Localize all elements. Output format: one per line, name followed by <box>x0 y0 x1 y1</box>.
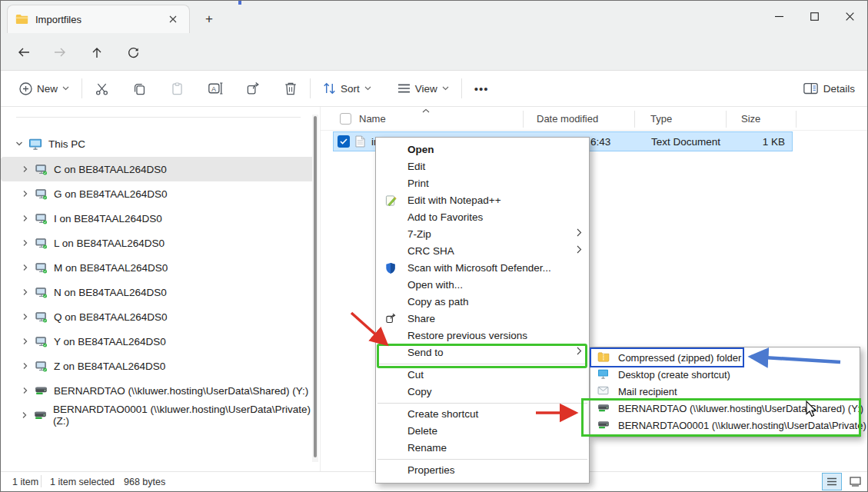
chevron-collapsed-icon[interactable] <box>18 264 33 271</box>
delete-button[interactable] <box>278 77 304 101</box>
sidebar-item-n-drive[interactable]: N on BE84TAAL264DS0 <box>1 280 314 304</box>
sidebar-item-bernardtao-y[interactable]: BERNARDTAO (\\kluwer.hosting\UserData\Sh… <box>1 378 314 403</box>
menu-item-share[interactable]: Share <box>376 311 589 327</box>
column-header-size[interactable]: Size <box>741 113 760 125</box>
menu-item-print[interactable]: Print <box>376 175 589 192</box>
menu-label: Delete <box>407 425 437 437</box>
column-divider[interactable] <box>634 111 635 128</box>
menu-item-cut[interactable]: Cut <box>376 367 589 384</box>
new-button[interactable]: New <box>13 78 75 100</box>
network-computer-icon <box>35 287 48 298</box>
copy-icon <box>132 81 147 96</box>
details-view-toggle[interactable] <box>822 473 842 490</box>
close-button[interactable] <box>832 1 867 32</box>
sidebar-item-g-drive[interactable]: G on BE84TAAL264DS0 <box>1 181 314 206</box>
menu-item-copy-as-path[interactable]: Copy as path <box>376 294 589 311</box>
menu-item-create-shortcut[interactable]: Create shortcut <box>376 406 589 423</box>
chevron-collapsed-icon[interactable] <box>18 362 33 370</box>
cut-button[interactable] <box>88 77 115 101</box>
submenu-item-bernardtao-y[interactable]: BERNARDTAO (\\kluwer.hosting\UserData\Sh… <box>590 401 860 417</box>
chevron-expanded-icon[interactable] <box>12 140 27 148</box>
sidebar-item-i-drive[interactable]: I on BE84TAAL264DS0 <box>1 206 314 231</box>
sidebar-item-m-drive[interactable]: M on BE84TAAL264DS0 <box>1 255 314 280</box>
menu-item-crc-sha[interactable]: CRC SHA <box>376 243 589 260</box>
back-button[interactable] <box>11 42 37 62</box>
sidebar-item-z-drive[interactable]: Z on BE84TAAL264DS0 <box>1 354 314 378</box>
menu-item-add-to-favorites[interactable]: Add to Favorites <box>376 209 589 226</box>
menu-item-open[interactable]: Open <box>376 141 589 158</box>
new-tab-button[interactable]: + <box>201 11 218 28</box>
column-header-type[interactable]: Type <box>650 113 672 125</box>
network-drive-icon <box>597 403 610 413</box>
chevron-collapsed-icon[interactable] <box>18 288 33 296</box>
menu-label: Mail recipient <box>618 386 677 397</box>
sidebar-item-y-drive[interactable]: Y on BE84TAAL264DS0 <box>1 329 314 354</box>
chevron-collapsed-icon[interactable] <box>18 411 32 419</box>
menu-item-delete[interactable]: Delete <box>376 423 589 440</box>
chevron-collapsed-icon[interactable] <box>18 165 33 173</box>
menu-item-copy[interactable]: Copy <box>376 384 589 401</box>
submenu-item-compressed-zipped-folder[interactable]: Compressed (zipped) folder <box>590 350 860 367</box>
menu-item-send-to[interactable]: Send to <box>376 344 589 361</box>
submenu-item-desktop-create-shortcut[interactable]: Desktop (create shortcut) <box>590 367 860 384</box>
menu-item-open-with[interactable]: Open with... <box>376 277 589 294</box>
paste-button[interactable] <box>164 77 191 101</box>
network-computer-icon <box>35 361 48 372</box>
submenu-arrow-icon <box>577 245 582 254</box>
menu-item-properties[interactable]: Properties <box>376 462 589 479</box>
row-checkbox-checked[interactable] <box>338 135 350 148</box>
chevron-collapsed-icon[interactable] <box>18 337 33 345</box>
minimize-button[interactable] <box>761 1 796 32</box>
menu-item-7zip[interactable]: 7-Zip <box>376 226 589 243</box>
sidebar-scrollbar[interactable] <box>312 115 318 462</box>
column-divider[interactable] <box>726 111 727 128</box>
svg-text:A: A <box>211 85 216 93</box>
submenu-item-mail-recipient[interactable]: Mail recipient <box>590 384 860 401</box>
column-header-date-modified[interactable]: Date modified <box>537 113 598 125</box>
maximize-button[interactable] <box>796 1 832 32</box>
icons-view-toggle[interactable] <box>846 474 863 489</box>
copy-button[interactable] <box>126 77 153 101</box>
chevron-collapsed-icon[interactable] <box>18 239 33 247</box>
refresh-button[interactable] <box>120 42 146 62</box>
tab-close-icon[interactable] <box>165 11 181 28</box>
menu-item-restore-previous-versions[interactable]: Restore previous versions <box>376 327 589 344</box>
share-button[interactable] <box>240 77 267 101</box>
sidebar-item-c-drive[interactable]: C on BE84TAAL264DS0 <box>1 157 314 181</box>
select-all-checkbox[interactable] <box>340 113 351 125</box>
menu-label: Properties <box>407 464 455 476</box>
network-computer-icon <box>35 164 48 175</box>
forward-button[interactable] <box>47 42 73 62</box>
menu-item-scan-with-defender[interactable]: Scan with Microsoft Defender... <box>376 260 589 277</box>
sort-button[interactable]: Sort <box>317 78 377 99</box>
up-button[interactable] <box>84 42 110 62</box>
column-header-name[interactable]: Name <box>359 113 386 125</box>
chevron-collapsed-icon[interactable] <box>18 313 33 321</box>
column-divider[interactable] <box>523 111 524 128</box>
more-options-button[interactable]: ••• <box>468 78 495 100</box>
column-divider[interactable] <box>796 111 796 128</box>
view-button[interactable]: View <box>391 78 455 99</box>
sort-icon <box>323 82 336 95</box>
sidebar-item-this-pc[interactable]: This PC <box>1 131 314 156</box>
sidebar-item-label: Q on BE84TAAL264DS0 <box>54 311 168 323</box>
sidebar-item-bernardtao-z[interactable]: BERNARDTAO0001 (\\kluwer.hosting\UserDat… <box>1 403 314 427</box>
menu-item-rename[interactable]: Rename <box>376 440 589 457</box>
sidebar-item-l-drive[interactable]: L on BE84TAAL264DS0 <box>1 231 314 255</box>
chevron-collapsed-icon[interactable] <box>18 387 33 394</box>
rename-button[interactable]: A <box>201 77 229 100</box>
network-computer-icon <box>35 262 48 274</box>
trash-icon <box>284 81 298 96</box>
mail-icon <box>597 386 609 395</box>
scrollbar-thumb[interactable] <box>314 116 317 457</box>
network-computer-icon <box>35 336 48 347</box>
toolbar-divider <box>81 78 82 98</box>
tab-importfiles[interactable]: Importfiles <box>7 5 190 33</box>
chevron-collapsed-icon[interactable] <box>18 190 33 198</box>
menu-item-edit-with-notepadpp[interactable]: Edit with Notepad++ <box>376 192 589 209</box>
chevron-collapsed-icon[interactable] <box>18 214 33 222</box>
details-pane-button[interactable]: Details <box>803 82 855 95</box>
submenu-item-bernardtao-z[interactable]: BERNARDTAO0001 (\\kluwer.hosting\UserDat… <box>590 417 860 434</box>
sidebar-item-q-drive[interactable]: Q on BE84TAAL264DS0 <box>1 304 314 329</box>
menu-item-edit[interactable]: Edit <box>376 158 589 175</box>
